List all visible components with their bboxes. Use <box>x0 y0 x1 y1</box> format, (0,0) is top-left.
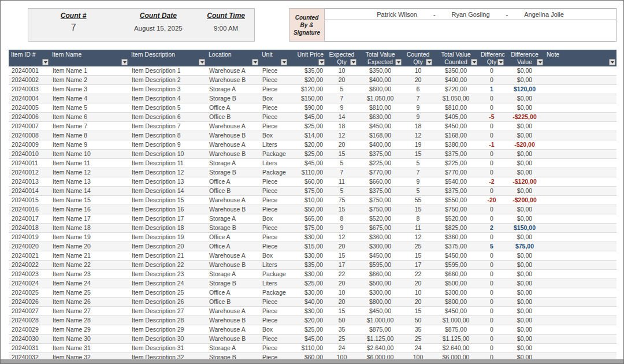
cell-total_value_expected[interactable]: $595,00 <box>358 261 403 270</box>
cell-difference_value[interactable]: $0,00 <box>505 298 544 307</box>
cell-difference_qty[interactable]: 0 <box>478 122 505 131</box>
cell-unit_price[interactable]: $50,00 <box>288 205 326 214</box>
cell-location[interactable]: Office A <box>206 233 259 242</box>
cell-difference_value[interactable]: $0,00 <box>505 159 544 168</box>
cell-item_name[interactable]: Item Name 26 <box>50 298 129 307</box>
cell-note[interactable] <box>544 131 616 140</box>
cell-difference_qty[interactable]: 0 <box>478 251 505 261</box>
filter-dropdown-icon[interactable] <box>42 59 49 65</box>
cell-total_value_counted[interactable]: $720,00 <box>433 85 478 94</box>
cell-total_value_expected[interactable]: $400,00 <box>358 76 403 85</box>
cell-difference_value[interactable]: $0,00 <box>505 187 544 196</box>
cell-total_value_counted[interactable]: $450,00 <box>433 251 478 261</box>
cell-difference_qty[interactable]: -5 <box>478 113 505 122</box>
cell-difference_qty[interactable]: 0 <box>478 150 505 159</box>
cell-counted_qty[interactable]: 9 <box>403 113 433 122</box>
cell-total_value_counted[interactable]: $810,00 <box>433 103 478 113</box>
cell-difference_qty[interactable]: 0 <box>478 261 505 270</box>
cell-total_value_expected[interactable]: $225,00 <box>358 159 403 168</box>
cell-item_description[interactable]: Item Description 8 <box>129 131 206 140</box>
cell-total_value_counted[interactable]: $595,00 <box>433 261 478 270</box>
cell-item_id[interactable]: 20240001 <box>9 66 50 76</box>
cell-unit[interactable]: Package <box>259 150 288 159</box>
cell-unit_price[interactable]: $35,00 <box>288 66 326 76</box>
cell-item_id[interactable]: 20240018 <box>9 224 50 233</box>
cell-item_name[interactable]: Item Name 25 <box>50 288 129 298</box>
cell-item_name[interactable]: Item Name 15 <box>50 196 129 205</box>
cell-note[interactable] <box>544 270 616 279</box>
cell-difference_value[interactable]: $0,00 <box>505 251 544 261</box>
cell-location[interactable]: Storage B <box>206 279 259 288</box>
cell-total_value_counted[interactable]: $520,00 <box>433 214 478 224</box>
cell-note[interactable] <box>544 214 616 224</box>
cell-difference_value[interactable]: $0,00 <box>505 150 544 159</box>
cell-expected_qty[interactable]: 14 <box>326 113 358 122</box>
cell-item_name[interactable]: Item Name 31 <box>50 344 129 353</box>
cell-difference_qty[interactable]: 0 <box>478 205 505 214</box>
cell-expected_qty[interactable]: 20 <box>326 140 358 150</box>
cell-unit[interactable]: Box <box>259 251 288 261</box>
count-number-value[interactable]: 7 <box>28 23 118 33</box>
cell-item_name[interactable]: Item Name 16 <box>50 205 129 214</box>
cell-expected_qty[interactable]: 5 <box>326 187 358 196</box>
cell-unit_price[interactable]: $20,00 <box>288 76 326 85</box>
cell-counted_qty[interactable]: 8 <box>403 214 433 224</box>
cell-location[interactable]: Warehouse B <box>206 131 259 140</box>
cell-counted_qty[interactable]: 15 <box>403 307 433 316</box>
cell-item_description[interactable]: Item Description 6 <box>129 113 206 122</box>
cell-item_id[interactable]: 20240027 <box>9 307 50 316</box>
cell-unit_price[interactable]: $20,00 <box>288 316 326 325</box>
cell-unit_price[interactable]: $45,00 <box>288 159 326 168</box>
cell-difference_qty[interactable]: 5 <box>478 242 505 251</box>
cell-note[interactable] <box>544 233 616 242</box>
cell-total_value_counted[interactable]: $825,00 <box>433 224 478 233</box>
cell-location[interactable]: Storage B <box>206 224 259 233</box>
cell-expected_qty[interactable]: 11 <box>326 177 358 187</box>
cell-note[interactable] <box>544 159 616 168</box>
cell-counted_qty[interactable]: 17 <box>403 261 433 270</box>
cell-item_name[interactable]: Item Name 8 <box>50 131 129 140</box>
cell-counted_qty[interactable]: 7 <box>403 94 433 103</box>
filter-dropdown-icon[interactable] <box>426 59 432 65</box>
cell-item_name[interactable]: Item Name 2 <box>50 76 129 85</box>
cell-total_value_counted[interactable]: $380,00 <box>433 140 478 150</box>
cell-expected_qty[interactable]: 35 <box>326 325 358 335</box>
cell-counted_qty[interactable]: 7 <box>403 168 433 177</box>
cell-note[interactable] <box>544 325 616 335</box>
cell-difference_qty[interactable]: 0 <box>478 279 505 288</box>
cell-unit_price[interactable]: $10,00 <box>288 196 326 205</box>
cell-note[interactable] <box>544 316 616 325</box>
count-date-value[interactable]: August 15, 2025 <box>118 25 198 32</box>
cell-difference_qty[interactable]: 0 <box>478 233 505 242</box>
cell-total_value_expected[interactable]: $300,00 <box>358 288 403 298</box>
cell-difference_qty[interactable]: 0 <box>478 325 505 335</box>
cell-note[interactable] <box>544 288 616 298</box>
cell-item_description[interactable]: Item Description 1 <box>129 66 206 76</box>
cell-location[interactable]: Storage A <box>206 85 259 94</box>
cell-item_name[interactable]: Item Name 24 <box>50 279 129 288</box>
cell-unit[interactable]: Box <box>259 131 288 140</box>
cell-item_name[interactable]: Item Name 1 <box>50 66 129 76</box>
cell-difference_qty[interactable]: 0 <box>478 298 505 307</box>
cell-expected_qty[interactable]: 18 <box>326 122 358 131</box>
cell-item_id[interactable]: 20240029 <box>9 325 50 335</box>
filter-dropdown-icon[interactable] <box>350 59 356 65</box>
cell-item_description[interactable]: Item Description 24 <box>129 279 206 288</box>
cell-unit_price[interactable]: $25,00 <box>288 150 326 159</box>
cell-item_description[interactable]: Item Description 27 <box>129 307 206 316</box>
cell-item_description[interactable]: Item Description 31 <box>129 344 206 353</box>
cell-difference_value[interactable]: $0,00 <box>505 233 544 242</box>
cell-item_name[interactable]: Item Name 23 <box>50 270 129 279</box>
cell-unit[interactable]: Piece <box>259 196 288 205</box>
cell-counted_qty[interactable]: 55 <box>403 196 433 205</box>
cell-item_description[interactable]: Item Description 23 <box>129 270 206 279</box>
cell-difference_qty[interactable]: 0 <box>478 159 505 168</box>
cell-unit[interactable]: Piece <box>259 66 288 76</box>
cell-expected_qty[interactable]: 10 <box>326 66 358 76</box>
cell-total_value_counted[interactable]: $800,00 <box>433 298 478 307</box>
cell-item_description[interactable]: Item Description 16 <box>129 205 206 214</box>
cell-expected_qty[interactable]: 12 <box>326 131 358 140</box>
cell-item_id[interactable]: 20240014 <box>9 187 50 196</box>
cell-item_description[interactable]: Item Description 12 <box>129 168 206 177</box>
cell-note[interactable] <box>544 298 616 307</box>
